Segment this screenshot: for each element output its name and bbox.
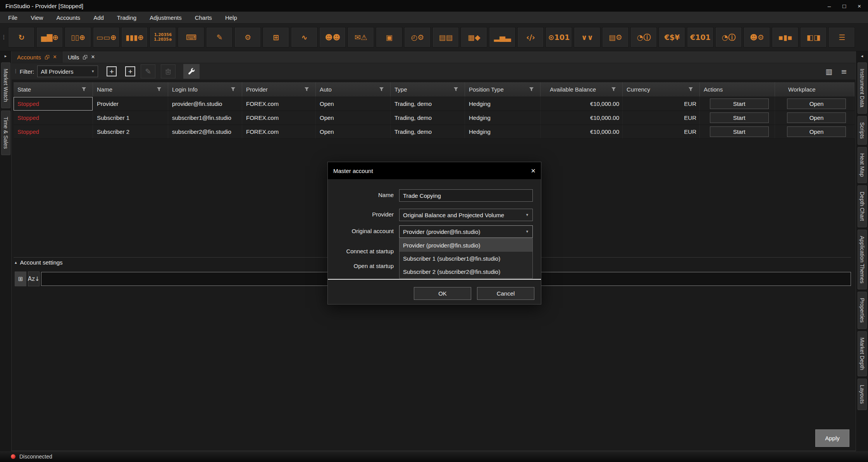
sidebar-tab-instrument-data[interactable]: Instrument Data	[858, 62, 867, 114]
group-rows-icon[interactable]: ≡	[841, 67, 847, 76]
state-cell[interactable]: Stopped	[14, 125, 93, 138]
add-master-account-button[interactable]: +	[125, 66, 135, 76]
name-input[interactable]	[399, 189, 533, 202]
dropdown-option-subscriber-1[interactable]: Subscriber 1 (subscriber1@fin.studio)	[400, 252, 532, 265]
start-button[interactable]: Start	[710, 99, 769, 109]
open-workplace-button[interactable]: Open	[787, 99, 846, 109]
dropdown-option-provider[interactable]: Provider (provider@fin.studio)	[400, 239, 532, 252]
close-button[interactable]: ×	[858, 3, 861, 9]
toolbar-button-workspace-grid[interactable]: ◧◨	[800, 27, 827, 47]
popout-window-icon[interactable]	[45, 55, 50, 60]
table-row[interactable]: Stopped Subscriber 2 subscriber2@fin.stu…	[14, 125, 854, 139]
toolbar-button-statements[interactable]: ▤▤	[432, 27, 459, 47]
provider-filter-select[interactable]: All Providers ▼	[37, 66, 98, 77]
menu-view[interactable]: View	[24, 14, 50, 21]
toolbar-button-session-timer[interactable]: ◔ⓘ	[630, 27, 657, 47]
column-header-position-type[interactable]: Position Type	[465, 82, 541, 97]
maximize-button[interactable]: □	[842, 3, 846, 9]
sidebar-tab-heat-map[interactable]: Heat Map	[858, 147, 867, 183]
sidebar-tab-scripts[interactable]: Scripts	[858, 116, 867, 145]
filter-funnel-icon[interactable]	[157, 87, 162, 92]
apply-button[interactable]: Apply	[815, 429, 849, 447]
toolbar-button-data-search[interactable]: ⊙101	[546, 27, 572, 47]
column-header-provider[interactable]: Provider	[242, 82, 316, 97]
account-settings-header[interactable]: ▴ Account settings	[15, 259, 63, 266]
close-tab-icon[interactable]: ×	[53, 54, 57, 60]
ok-button[interactable]: OK	[414, 287, 471, 300]
toolbar-button-time-info[interactable]: ◔ⓘ	[715, 27, 742, 47]
menu-trading[interactable]: Trading	[110, 14, 143, 21]
menu-help[interactable]: Help	[219, 14, 244, 21]
column-header-state[interactable]: State	[14, 82, 93, 97]
toolbar-button-new-columns-view[interactable]: ▮▮▮⊕	[121, 27, 148, 47]
sidebar-tab-time-and-sales[interactable]: Time & Sales	[1, 111, 10, 155]
toolbar-button-network-accounts[interactable]: ☻☻	[319, 27, 346, 47]
dialog-title-bar[interactable]: Master account ×	[328, 162, 541, 179]
filter-funnel-icon[interactable]	[611, 87, 616, 92]
column-header-name[interactable]: Name	[93, 82, 168, 97]
cancel-button[interactable]: Cancel	[477, 287, 534, 300]
toolbar-button-new-quote-board[interactable]: 1.20356 1.2035⊕	[150, 27, 176, 47]
menu-file[interactable]: File	[2, 14, 24, 21]
start-button[interactable]: Start	[710, 112, 769, 123]
delete-account-button[interactable]	[161, 64, 176, 78]
filter-funnel-icon[interactable]	[529, 87, 534, 92]
toolbar-button-notifications[interactable]: ✉⚠	[348, 27, 374, 47]
toolbar-button-currency-data[interactable]: €101	[687, 27, 713, 47]
minimize-button[interactable]: –	[828, 3, 831, 9]
menu-charts[interactable]: Charts	[188, 14, 219, 21]
dropdown-option-subscriber-2[interactable]: Subscriber 2 (subscriber2@fin.studio)	[400, 265, 532, 278]
alphabetical-sort-button[interactable]: Az↓	[28, 272, 40, 286]
sidebar-tab-market-depth[interactable]: Market Depth	[858, 331, 867, 376]
column-header-login-info[interactable]: Login Info	[168, 82, 242, 97]
sidebar-tab-layouts[interactable]: Layouts	[858, 379, 867, 410]
open-workplace-button[interactable]: Open	[787, 112, 846, 123]
toolbar-button-new-workspace[interactable]: ▭▭⊕	[93, 27, 119, 47]
start-button[interactable]: Start	[710, 126, 769, 137]
column-header-actions[interactable]: Actions	[700, 82, 775, 97]
toolbar-button-event-log[interactable]: ☰	[828, 27, 855, 47]
dialog-close-icon[interactable]: ×	[531, 167, 536, 175]
edit-account-button[interactable]: ✎	[141, 64, 155, 78]
sidebar-tab-application-themes[interactable]: Application Themes	[858, 230, 867, 290]
filter-funnel-icon[interactable]	[379, 87, 384, 92]
toolbar-button-order-notes[interactable]: ✎	[206, 27, 232, 47]
toolbar-button-restore-accounts[interactable]: ↻	[8, 27, 34, 47]
sidebar-tab-properties[interactable]: Properties	[858, 292, 867, 329]
table-row[interactable]: Stopped Provider provider@fin.studio FOR…	[14, 97, 854, 111]
toolbar-button-new-chart[interactable]: ▅▇⊕	[36, 27, 63, 47]
open-workplace-button[interactable]: Open	[787, 126, 846, 137]
toolbar-button-code-editor[interactable]: ‹/›	[517, 27, 544, 47]
menu-adjustments[interactable]: Adjustments	[143, 14, 188, 21]
table-row[interactable]: Stopped Subscriber 1 subscriber1@fin.stu…	[14, 111, 854, 125]
state-cell[interactable]: Stopped	[14, 97, 93, 111]
toolbar-button-ai-assistant[interactable]: ☻⚙	[744, 27, 770, 47]
column-header-type[interactable]: Type	[391, 82, 465, 97]
original-account-select[interactable]: Provider (provider@fin.studio) ▼	[399, 225, 533, 238]
column-header-available-balance[interactable]: Available Balance	[541, 82, 623, 97]
toolbar-button-block-layout[interactable]: ▪▮▪	[772, 27, 798, 47]
toolbar-grip[interactable]: ⁞	[15, 68, 17, 75]
expand-left-panel-arrow-icon[interactable]: ▸	[0, 51, 11, 62]
toolbar-button-trading-keyboard[interactable]: ⌨	[178, 27, 204, 47]
collapse-arrow-icon[interactable]: ▴	[15, 260, 17, 265]
tab-accounts[interactable]: Accounts ×	[12, 51, 62, 63]
toolbar-button-settings[interactable]: ⚙	[234, 27, 261, 47]
toolbar-button-chart-compare[interactable]: ∨∨	[574, 27, 600, 47]
column-header-workplace[interactable]: Workplace	[775, 82, 854, 97]
popout-window-icon[interactable]	[83, 55, 88, 60]
filter-funnel-icon[interactable]	[453, 87, 458, 92]
toolbar-button-automation-chip[interactable]: ▣	[376, 27, 402, 47]
menu-add[interactable]: Add	[87, 14, 110, 21]
toolbar-button-new-layout[interactable]: ▯▯⊕	[65, 27, 91, 47]
menu-accounts[interactable]: Accounts	[50, 14, 87, 21]
add-account-button[interactable]: +	[107, 66, 117, 76]
account-tools-button[interactable]	[183, 64, 200, 79]
sidebar-tab-depth-chart[interactable]: Depth Chart	[858, 185, 867, 227]
column-chooser-icon[interactable]: ▥	[825, 67, 832, 76]
categorized-view-button[interactable]: ⊞	[15, 272, 26, 286]
filter-funnel-icon[interactable]	[81, 87, 86, 92]
provider-select[interactable]: Original Balance and Projected Volume ▼	[399, 209, 533, 221]
expand-right-panel-arrow-icon[interactable]: ◂	[856, 51, 868, 62]
toolbar-button-window-manager[interactable]: ⊞	[263, 27, 289, 47]
